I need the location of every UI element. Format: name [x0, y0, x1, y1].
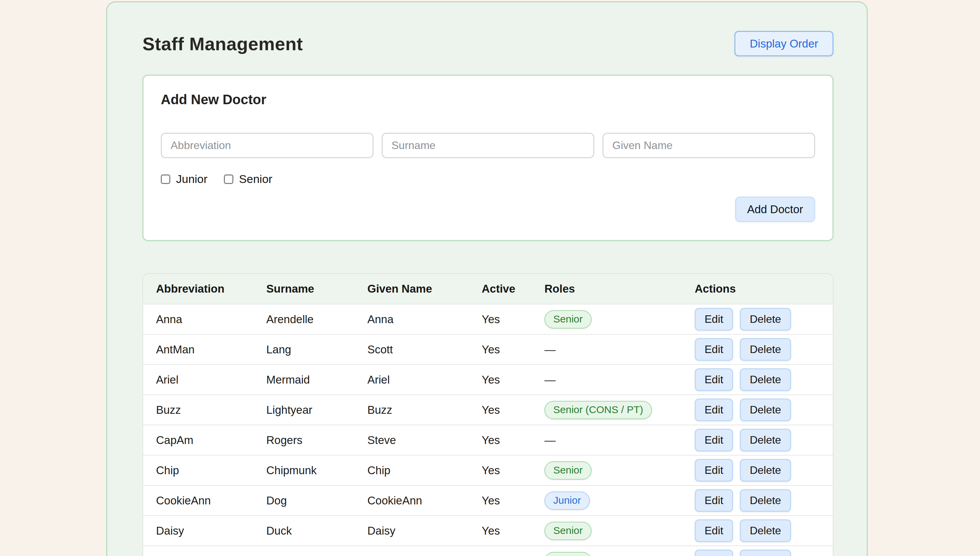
role-badge: —: [545, 373, 556, 386]
cell-active: Yes: [469, 524, 532, 537]
cell-given-name: Anna: [355, 313, 469, 326]
delete-button[interactable]: Delete: [740, 338, 791, 361]
add-doctor-heading: Add New Doctor: [161, 91, 815, 108]
cell-active: Yes: [469, 313, 532, 326]
staff-management-panel: Staff Management Display Order Add New D…: [106, 2, 868, 556]
edit-button[interactable]: Edit: [695, 429, 733, 451]
cell-actions: Edit Delete: [682, 550, 833, 556]
senior-checkbox[interactable]: [224, 175, 234, 184]
add-doctor-button[interactable]: Add Doctor: [735, 197, 815, 222]
column-header-roles: Roles: [532, 283, 682, 295]
cell-roles: —: [532, 434, 682, 447]
display-order-button[interactable]: Display Order: [734, 31, 833, 57]
cell-abbreviation: Daisy: [143, 524, 253, 537]
cell-roles: —: [532, 373, 682, 386]
delete-button[interactable]: Delete: [740, 429, 791, 451]
senior-checkbox-label[interactable]: Senior: [224, 173, 272, 186]
surname-input[interactable]: [382, 133, 594, 158]
cell-actions: Edit Delete: [682, 519, 833, 542]
page-header: Staff Management Display Order: [142, 31, 833, 57]
cell-active: Yes: [469, 554, 532, 556]
delete-button[interactable]: Delete: [740, 519, 791, 542]
edit-button[interactable]: Edit: [695, 459, 733, 482]
cell-given-name: CookieAnn: [355, 494, 469, 507]
edit-button[interactable]: Edit: [695, 519, 733, 542]
delete-button[interactable]: Delete: [740, 459, 791, 482]
cell-actions: Edit Delete: [682, 399, 833, 421]
junior-checkbox[interactable]: [161, 175, 170, 184]
delete-button[interactable]: Delete: [740, 489, 791, 512]
cell-roles: Junior: [532, 491, 682, 510]
cell-surname: Chipmunk: [253, 464, 355, 477]
edit-button[interactable]: Edit: [695, 368, 733, 391]
cell-actions: Edit Delete: [682, 459, 833, 482]
cell-roles: Senior: [532, 522, 682, 540]
role-badge: Junior: [545, 491, 590, 510]
senior-checkbox-text: Senior: [239, 173, 272, 186]
edit-button[interactable]: Edit: [695, 338, 733, 361]
role-badge: Senior (CONS / PT): [545, 401, 652, 419]
role-badge: —: [545, 434, 556, 446]
cell-surname: Dog: [253, 494, 355, 507]
junior-checkbox-label[interactable]: Junior: [161, 173, 208, 186]
cell-roles: Senior: [532, 552, 682, 556]
junior-checkbox-text: Junior: [176, 173, 208, 186]
column-header-surname: Surname: [253, 283, 355, 295]
add-doctor-inputs: [161, 133, 815, 158]
cell-surname: Duck: [253, 524, 355, 537]
cell-active: Yes: [469, 434, 532, 447]
cell-surname: Rogers: [253, 434, 355, 447]
delete-button[interactable]: Delete: [740, 399, 791, 421]
edit-button[interactable]: Edit: [695, 308, 733, 331]
cell-abbreviation: CookieAnn: [143, 494, 253, 507]
table-row: Chip Chipmunk Chip Yes Senior Edit Delet…: [143, 455, 833, 485]
cell-roles: Senior: [532, 461, 682, 480]
table-row: Anna Arendelle Anna Yes Senior Edit Dele…: [143, 304, 833, 334]
role-badge: —: [545, 343, 556, 356]
role-badge: Senior: [545, 522, 592, 540]
add-doctor-card: Add New Doctor Junior Senior Add Doctor: [142, 75, 833, 241]
cell-abbreviation: Chip: [143, 464, 253, 477]
delete-button[interactable]: Delete: [740, 368, 791, 391]
role-checkboxes: Junior Senior: [161, 173, 815, 186]
column-header-given-name: Given Name: [355, 283, 469, 295]
cell-actions: Edit Delete: [682, 308, 833, 331]
role-badge: Senior: [545, 552, 592, 556]
cell-actions: Edit Delete: [682, 368, 833, 391]
table-row: Dale Chipmunk Dale Yes Senior Edit Delet…: [143, 545, 833, 556]
cell-given-name: Ariel: [355, 373, 469, 386]
table-row: Buzz Lightyear Buzz Yes Senior (CONS / P…: [143, 394, 833, 425]
cell-given-name: Steve: [355, 434, 469, 447]
submit-row: Add Doctor: [161, 197, 815, 222]
table-row: Ariel Mermaid Ariel Yes — Edit Delete: [143, 364, 833, 394]
table-row: AntMan Lang Scott Yes — Edit Delete: [143, 334, 833, 364]
staff-table: Abbreviation Surname Given Name Active R…: [142, 273, 833, 556]
edit-button[interactable]: Edit: [695, 399, 733, 421]
cell-actions: Edit Delete: [682, 429, 833, 451]
cell-active: Yes: [469, 343, 532, 356]
abbreviation-input[interactable]: [161, 133, 374, 158]
cell-surname: Chipmunk: [253, 554, 355, 556]
delete-button[interactable]: Delete: [740, 550, 791, 556]
edit-button[interactable]: Edit: [695, 489, 733, 512]
cell-given-name: Daisy: [355, 524, 469, 537]
cell-given-name: Buzz: [355, 404, 469, 417]
cell-actions: Edit Delete: [682, 489, 833, 512]
cell-actions: Edit Delete: [682, 338, 833, 361]
table-row: Daisy Duck Daisy Yes Senior Edit Delete: [143, 515, 833, 545]
cell-roles: —: [532, 343, 682, 356]
column-header-actions: Actions: [682, 283, 833, 295]
edit-button[interactable]: Edit: [695, 550, 733, 556]
table-row: CapAm Rogers Steve Yes — Edit Delete: [143, 425, 833, 455]
table-body: Anna Arendelle Anna Yes Senior Edit Dele…: [143, 304, 833, 556]
given-name-input[interactable]: [603, 133, 815, 158]
cell-abbreviation: Dale: [143, 554, 253, 556]
page-title: Staff Management: [142, 33, 303, 54]
cell-active: Yes: [469, 494, 532, 507]
cell-given-name: Dale: [355, 554, 469, 556]
cell-given-name: Scott: [355, 343, 469, 356]
role-badge: Senior: [545, 461, 592, 480]
table-row: CookieAnn Dog CookieAnn Yes Junior Edit …: [143, 485, 833, 515]
delete-button[interactable]: Delete: [740, 308, 791, 331]
cell-surname: Lightyear: [253, 404, 355, 417]
